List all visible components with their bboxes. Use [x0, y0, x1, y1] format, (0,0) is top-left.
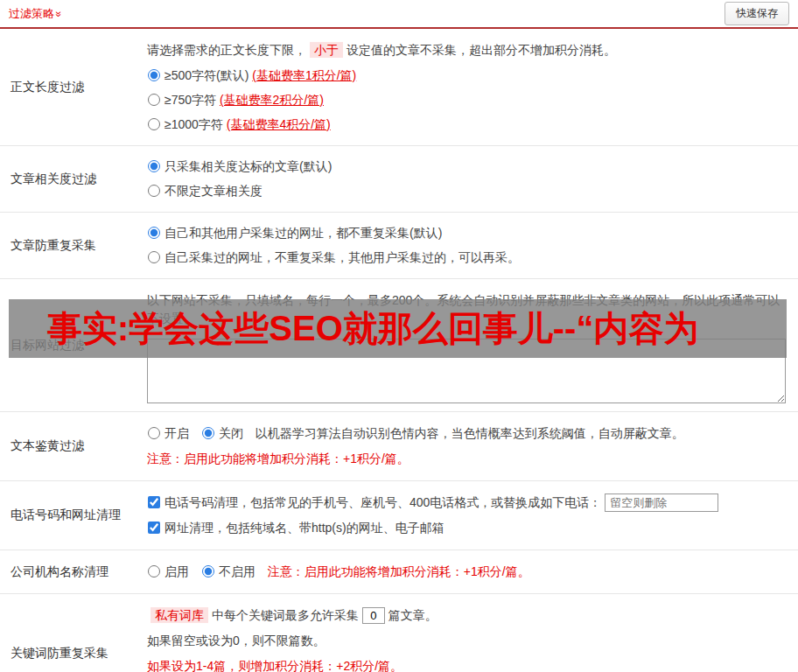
row-content-keyword-dedupe: 私有词库中每个关键词最多允许采集 篇文章。 如果留空或设为0，则不限篇数。 如果… — [140, 594, 798, 672]
row-content-company-name: 启用 不启用 注意：启用此功能将增加积分消耗：+1积分/篇。 — [140, 550, 798, 593]
dedupe-self-only-label: 自己采集过的网址，不重复采集，其他用户采集过的，可以再采。 — [164, 250, 520, 264]
page-title-text: 过滤策略 — [9, 7, 54, 20]
relevance-strict-label: 只采集相关度达标的文章(默认) — [164, 159, 332, 173]
dedupe-all-users-radio[interactable] — [148, 227, 160, 239]
target-site-description: 以下网站不采集，只填域名，每行一个，最多200个。系统会自动识别并屏蔽那些非文章… — [147, 291, 786, 328]
phone-cleanup-label: 电话号码清理，包括常见的手机号、座机号、400电话格式，或替换成如下电话： — [164, 495, 601, 509]
porn-filter-cost-note: 注意：启用此功能将增加积分消耗：+1积分/篇。 — [147, 450, 786, 468]
porn-filter-options: 开启 关闭 以机器学习算法自动识别色情内容，当色情概率达到系统阈值，自动屏蔽文章… — [147, 424, 786, 443]
length-750-label: ≥750字符 — [164, 93, 220, 107]
row-body-length-filter: 正文长度过滤 请选择需求的正文长度下限，小于设定值的文章不采集，超出部分不增加积… — [0, 29, 798, 146]
length-500-label: ≥500字符(默认) — [164, 68, 252, 82]
url-cleanup-line: 网址清理，包括纯域名、带http(s)的网址、电子邮箱 — [147, 519, 786, 537]
company-disable-label: 不启用 — [219, 564, 256, 578]
row-label-porn-filter: 文本鉴黄过滤 — [0, 412, 140, 480]
relevance-strict-radio[interactable] — [148, 160, 160, 172]
phone-cleanup-line: 电话号码清理，包括常见的手机号、座机号、400电话格式，或替换成如下电话： — [147, 494, 786, 512]
row-content-relevance: 只采集相关度达标的文章(默认) 不限定文章相关度 — [140, 146, 798, 212]
row-label-dedupe: 文章防重复采集 — [0, 213, 140, 278]
dedupe-option-self-only: 自己采集过的网址，不重复采集，其他用户采集过的，可以再采。 — [147, 248, 786, 267]
company-enable-label: 启用 — [164, 564, 189, 578]
row-target-site-filter: 目标网站过滤 以下网站不采集，只填域名，每行一个，最多200个。系统会自动识别并… — [0, 279, 798, 412]
collapse-arrow-icon: » — [52, 10, 65, 17]
length-description: 请选择需求的正文长度下限，小于设定值的文章不采集，超出部分不增加积分消耗。 — [147, 41, 786, 60]
dedupe-self-only-radio[interactable] — [148, 251, 160, 263]
private-lexicon-highlight: 私有词库 — [150, 607, 208, 623]
length-1000-label: ≥1000字符 — [164, 117, 227, 131]
porn-on-label: 开启 — [164, 426, 189, 440]
porn-on-radio[interactable] — [148, 427, 160, 439]
url-cleanup-label: 网址清理，包括纯域名、带http(s)的网址、电子邮箱 — [164, 521, 444, 535]
row-label-relevance: 文章相关度过滤 — [0, 146, 140, 212]
keyword-note-cost: 如果设为1-4篇，则增加积分消耗：+2积分/篇。 — [147, 657, 786, 672]
company-name-options: 启用 不启用 注意：启用此功能将增加积分消耗：+1积分/篇。 — [147, 563, 786, 581]
porn-filter-desc: 以机器学习算法自动识别色情内容，当色情概率达到系统阈值，自动屏蔽文章。 — [256, 426, 684, 440]
row-label-body-length: 正文长度过滤 — [0, 29, 140, 145]
row-content-dedupe: 自己和其他用户采集过的网址，都不重复采集(默认) 自己采集过的网址，不重复采集，… — [140, 213, 798, 278]
keyword-limit-line: 私有词库中每个关键词最多允许采集 篇文章。 — [147, 606, 786, 625]
url-cleanup-option: 网址清理，包括纯域名、带http(s)的网址、电子邮箱 — [147, 521, 444, 535]
keyword-limit-text: 中每个关键词最多允许采集 — [212, 608, 359, 622]
top-bar: 过滤策略» 快速保存 — [0, 0, 798, 29]
less-than-highlight: 小于 — [310, 42, 343, 58]
row-label-company-name: 公司机构名称清理 — [0, 550, 140, 593]
length-750-radio[interactable] — [148, 94, 160, 106]
desc-text-post: 设定值的文章不采集，超出部分不增加积分消耗。 — [346, 43, 616, 57]
company-cost-note: 注意：启用此功能将增加积分消耗：+1积分/篇。 — [268, 564, 530, 578]
row-dedupe: 文章防重复采集 自己和其他用户采集过的网址，都不重复采集(默认) 自己采集过的网… — [0, 213, 798, 279]
length-1000-fee-note: (基础费率4积分/篇) — [227, 117, 331, 131]
keyword-note-zero: 如果留空或设为0，则不限篇数。 — [147, 632, 786, 650]
relevance-option-any: 不限定文章相关度 — [147, 182, 786, 200]
porn-off-option: 关闭 — [201, 426, 243, 440]
length-500-radio[interactable] — [148, 69, 160, 81]
row-content-porn-filter: 开启 关闭 以机器学习算法自动识别色情内容，当色情概率达到系统阈值，自动屏蔽文章… — [140, 412, 798, 480]
page-title[interactable]: 过滤策略» — [9, 6, 62, 22]
keyword-limit-suffix: 篇文章。 — [388, 608, 438, 622]
row-content-body-length: 请选择需求的正文长度下限，小于设定值的文章不采集，超出部分不增加积分消耗。 ≥5… — [140, 29, 798, 145]
length-750-fee-note: (基础费率2积分/篇) — [220, 93, 324, 107]
company-disable-radio[interactable] — [202, 565, 214, 578]
row-label-keyword-dedupe: 关键词防重复采集 — [0, 594, 140, 672]
company-disable-option: 不启用 — [201, 564, 256, 578]
porn-off-radio[interactable] — [202, 427, 214, 439]
company-enable-radio[interactable] — [148, 565, 160, 578]
length-option-1000: ≥1000字符 (基础费率4积分/篇) — [147, 116, 786, 134]
row-label-phone-url: 电话号码和网址清理 — [0, 481, 140, 550]
length-option-750: ≥750字符 (基础费率2积分/篇) — [147, 91, 786, 109]
phone-cleanup-option: 电话号码清理，包括常见的手机号、座机号、400电话格式，或替换成如下电话： — [147, 495, 601, 509]
row-keyword-dedupe: 关键词防重复采集 私有词库中每个关键词最多允许采集 篇文章。 如果留空或设为0，… — [0, 594, 798, 672]
row-content-target-site: 以下网站不采集，只填域名，每行一个，最多200个。系统会自动识别并屏蔽那些非文章… — [140, 279, 798, 411]
dedupe-option-all-users: 自己和其他用户采集过的网址，都不重复采集(默认) — [147, 224, 786, 242]
relevance-option-strict: 只采集相关度达标的文章(默认) — [147, 158, 786, 176]
company-enable-option: 启用 — [147, 564, 189, 578]
url-cleanup-checkbox[interactable] — [148, 522, 160, 534]
porn-on-option: 开启 — [147, 426, 189, 440]
phone-cleanup-checkbox[interactable] — [148, 496, 160, 508]
row-content-phone-url: 电话号码清理，包括常见的手机号、座机号、400电话格式，或替换成如下电话： 网址… — [140, 481, 798, 550]
dedupe-all-users-label: 自己和其他用户采集过的网址，都不重复采集(默认) — [164, 226, 442, 240]
blocked-sites-textarea[interactable] — [147, 339, 786, 403]
relevance-any-label: 不限定文章相关度 — [164, 184, 262, 198]
desc-text-pre: 请选择需求的正文长度下限， — [147, 43, 306, 57]
row-company-name-cleanup: 公司机构名称清理 启用 不启用 注意：启用此功能将增加积分消耗：+1积分/篇。 — [0, 550, 798, 594]
porn-off-label: 关闭 — [219, 426, 243, 440]
row-porn-filter: 文本鉴黄过滤 开启 关闭 以机器学习算法自动识别色情内容，当色情概率达到系统阈值… — [0, 412, 798, 481]
row-label-target-site: 目标网站过滤 — [0, 279, 140, 411]
length-option-500: ≥500字符(默认) (基础费率1积分/篇) — [147, 66, 786, 85]
row-phone-url-cleanup: 电话号码和网址清理 电话号码清理，包括常见的手机号、座机号、400电话格式，或替… — [0, 481, 798, 550]
row-relevance-filter: 文章相关度过滤 只采集相关度达标的文章(默认) 不限定文章相关度 — [0, 146, 798, 213]
quick-save-button[interactable]: 快速保存 — [724, 2, 789, 25]
relevance-any-radio[interactable] — [148, 185, 160, 197]
phone-replacement-input[interactable] — [605, 494, 718, 512]
length-1000-radio[interactable] — [148, 118, 160, 130]
keyword-limit-input[interactable] — [362, 607, 385, 624]
length-500-fee-note: (基础费率1积分/篇) — [252, 68, 356, 82]
